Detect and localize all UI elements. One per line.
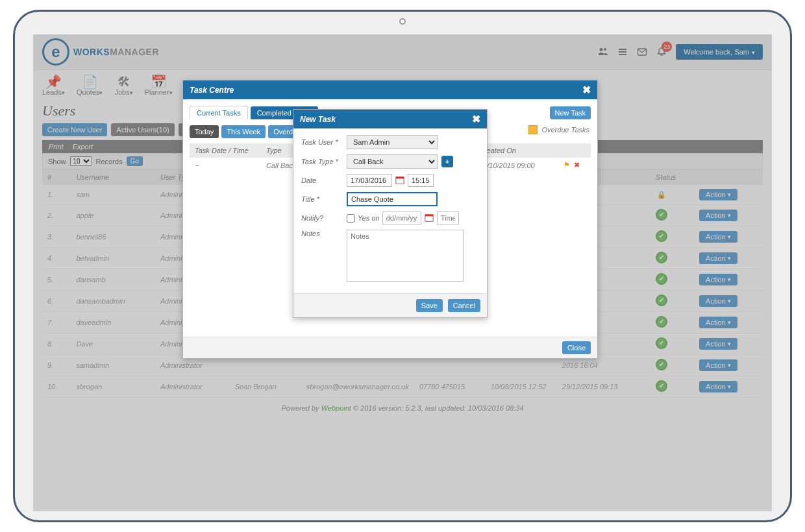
tablet-camera [399,18,406,25]
task-title-input[interactable] [347,192,438,206]
task-date-input[interactable] [347,174,392,187]
notes-textarea[interactable] [347,230,464,282]
new-task-modal: New Task ✖ Task User * Sam Admin Task Ty… [293,109,488,318]
notify-checkbox[interactable] [347,214,355,223]
calendar-icon[interactable] [424,213,434,223]
calendar-icon[interactable] [395,175,405,186]
svg-rect-7 [425,215,433,217]
task-centre-title: Task Centre [190,86,234,95]
legend-swatch-icon [528,125,538,134]
filter-this-week[interactable]: This Week [221,125,266,138]
task-type-label: Task Type * [301,158,347,165]
task-user-select[interactable]: Sam Admin [347,135,438,149]
task-user-label: Task User * [301,138,347,146]
new-task-close-icon[interactable]: ✖ [472,113,480,125]
notify-date-input[interactable] [382,212,421,224]
task-date-label: Date [301,176,347,184]
yes-on-label: Yes on [358,214,380,222]
task-type-select[interactable]: Call Back [347,154,438,169]
delete-icon[interactable]: ✖ [574,161,580,169]
col-task-datetime[interactable]: Task Date / Time [190,143,261,158]
task-title-label: Title * [301,195,347,203]
notes-label: Notes [301,230,347,237]
task-time-input[interactable] [408,174,434,187]
flag-icon[interactable]: ⚑ [564,161,570,169]
save-button[interactable]: Save [416,299,443,312]
tab-current-tasks[interactable]: Current Tasks [190,106,248,120]
task-centre-close-icon[interactable]: ✖ [582,84,591,96]
svg-rect-5 [396,177,404,179]
task-centre-close-button[interactable]: Close [562,341,591,354]
new-task-button[interactable]: New Task [550,106,591,119]
notify-time-input[interactable] [437,212,459,224]
notify-label: Notify? [301,214,347,222]
new-task-title: New Task [300,115,336,124]
cancel-button[interactable]: Cancel [448,299,480,312]
overdue-legend: Overdue Tasks [528,125,589,134]
filter-today[interactable]: Today [190,125,219,138]
add-task-type-button[interactable]: + [441,156,453,167]
